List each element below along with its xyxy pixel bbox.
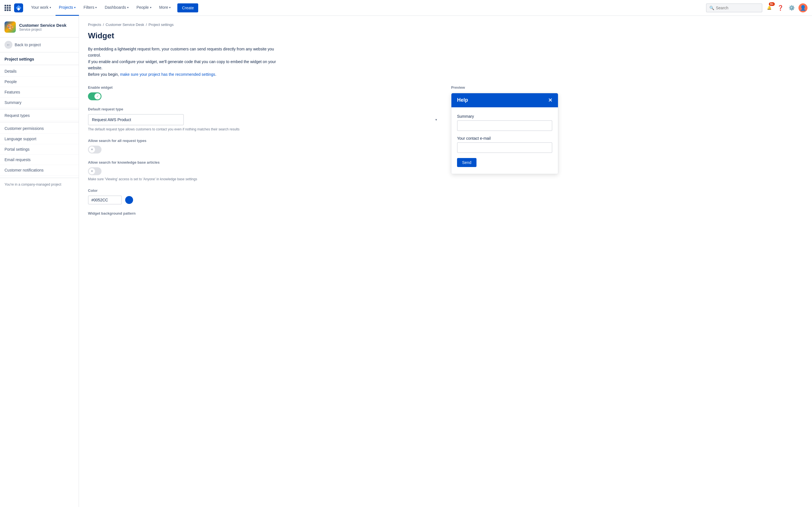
content-grid: Enable widget Default request type Reque… [88, 86, 803, 222]
widget-header: Help ✕ [451, 93, 558, 107]
sidebar-item-customer-notifications[interactable]: Customer notifications [0, 165, 79, 175]
sidebar-item-email-requests[interactable]: Email requests [0, 155, 79, 165]
chevron-down-icon: ▾ [95, 6, 97, 9]
search-input[interactable] [716, 6, 755, 10]
gear-icon: ⚙️ [789, 5, 795, 11]
sidebar-section-title: Project settings [0, 52, 79, 64]
nav-dashboards[interactable]: Dashboards ▾ [101, 0, 132, 16]
breadcrumb-project[interactable]: Customer Service Desk [106, 22, 144, 27]
bell-icon: 🔔 [767, 6, 772, 10]
color-swatch[interactable] [125, 196, 133, 204]
section-divider-2 [0, 109, 79, 109]
breadcrumb-sep-1: / [103, 22, 104, 27]
project-type: Service project [19, 27, 66, 32]
back-arrow-icon: ← [4, 41, 12, 49]
sidebar-item-summary[interactable]: Summary [0, 98, 79, 108]
enable-widget-label: Enable widget [88, 86, 440, 90]
widget-email-input[interactable] [457, 142, 552, 153]
breadcrumb-sep-2: / [146, 22, 147, 27]
question-mark-icon: ❓ [777, 5, 783, 11]
section-divider [0, 65, 79, 65]
default-request-type-select[interactable]: Request AWS Product General Request Supp… [88, 114, 184, 125]
widget-send-button[interactable]: Send [457, 158, 476, 167]
back-to-project-button[interactable]: ← Back to project [0, 38, 79, 52]
chevron-down-icon: ▾ [127, 6, 129, 9]
widget-summary-input[interactable] [457, 120, 552, 131]
project-icon: 🎨 [4, 21, 16, 33]
sidebar-item-people[interactable]: People [0, 76, 79, 87]
recommended-settings-link[interactable]: make sure your project has the recommend… [120, 72, 215, 76]
sidebar-item-features[interactable]: Features [0, 87, 79, 98]
page-title: Widget [88, 31, 803, 40]
chevron-down-icon: ▾ [74, 6, 75, 9]
breadcrumb-current: Project settings [149, 22, 174, 27]
allow-search-label: Allow search for all request types [88, 138, 440, 143]
enable-widget-toggle[interactable] [88, 93, 101, 100]
allow-kb-toggle-wrap [88, 167, 440, 175]
toggle-knob [89, 168, 95, 174]
chevron-down-icon: ▾ [169, 6, 170, 9]
jira-logo[interactable] [14, 3, 23, 12]
sidebar-item-portal-settings[interactable]: Portal settings [0, 144, 79, 155]
preview-label: Preview [451, 86, 803, 90]
color-label: Color [88, 188, 440, 193]
page-description: By embedding a lightweight request form,… [88, 46, 285, 77]
nav-filters[interactable]: Filters ▾ [80, 0, 100, 16]
allow-kb-label: Allow search for knowledge base articles [88, 160, 440, 165]
top-navigation: Your work ▾ Projects ▾ Filters ▾ Dashboa… [0, 0, 812, 16]
default-request-type-select-wrap: Request AWS Product General Request Supp… [88, 114, 440, 125]
enable-widget-toggle-wrap [88, 93, 440, 100]
allow-kb-toggle[interactable] [88, 167, 101, 175]
allow-kb-field: Allow search for knowledge base articles… [88, 160, 440, 182]
project-name: Customer Service Desk [19, 23, 66, 27]
sidebar-item-details[interactable]: Details [0, 66, 79, 76]
search-box[interactable]: 🔍 [706, 3, 762, 12]
breadcrumb: Projects / Customer Service Desk / Proje… [88, 22, 803, 27]
avatar-image: 👤 [800, 5, 806, 11]
chevron-down-icon: ▾ [435, 118, 437, 122]
notification-badge: 9+ [769, 2, 775, 6]
sidebar-footer: You're in a company-managed project [0, 178, 79, 191]
color-input[interactable] [88, 195, 122, 205]
sidebar-item-request-types[interactable]: Request types [0, 110, 79, 121]
toggle-knob [89, 147, 95, 153]
widget-bg-pattern-field: Widget background pattern [88, 211, 440, 216]
widget-preview: Help ✕ Summary Your contact e-mail Send [451, 93, 558, 174]
default-request-type-label: Default request type [88, 107, 440, 111]
default-request-type-field: Default request type Request AWS Product… [88, 107, 440, 132]
nav-people[interactable]: People ▾ [133, 0, 155, 16]
widget-close-button[interactable]: ✕ [548, 97, 552, 103]
allow-search-field: Allow search for all request types [88, 138, 440, 154]
allow-search-toggle-wrap [88, 146, 440, 154]
page-layout: 🎨 Customer Service Desk Service project … [0, 16, 812, 507]
enable-widget-field: Enable widget [88, 86, 440, 100]
color-row [88, 195, 440, 205]
section-divider-3 [0, 122, 79, 122]
sidebar: 🎨 Customer Service Desk Service project … [0, 16, 79, 507]
help-button[interactable]: ❓ [776, 3, 785, 12]
sidebar-item-language-support[interactable]: Language support [0, 134, 79, 144]
create-button[interactable]: Create [177, 3, 198, 12]
widget-email-label: Your contact e-mail [457, 136, 552, 140]
nav-your-work[interactable]: Your work ▾ [28, 0, 54, 16]
notifications-button[interactable]: 🔔 9+ [765, 3, 774, 12]
user-avatar[interactable]: 👤 [799, 3, 808, 12]
color-field: Color [88, 188, 440, 205]
toggle-knob [94, 93, 101, 100]
chevron-down-icon: ▾ [150, 6, 151, 9]
widget-header-title: Help [457, 97, 468, 103]
allow-kb-hint: Make sure 'Viewing' access is set to 'An… [88, 177, 440, 182]
widget-summary-label: Summary [457, 114, 552, 119]
allow-search-toggle[interactable] [88, 146, 101, 154]
nav-more[interactable]: More ▾ [156, 0, 174, 16]
project-header: 🎨 Customer Service Desk Service project [0, 16, 79, 38]
breadcrumb-projects[interactable]: Projects [88, 22, 101, 27]
widget-body: Summary Your contact e-mail Send [451, 107, 558, 174]
settings-column: Enable widget Default request type Reque… [88, 86, 440, 222]
default-request-type-hint: The default request type allows customer… [88, 127, 440, 132]
chevron-down-icon: ▾ [50, 6, 51, 9]
nav-projects[interactable]: Projects ▾ [56, 0, 79, 16]
app-grid-icon[interactable] [4, 5, 11, 11]
sidebar-item-customer-permissions[interactable]: Customer permissions [0, 123, 79, 134]
settings-button[interactable]: ⚙️ [787, 3, 796, 12]
